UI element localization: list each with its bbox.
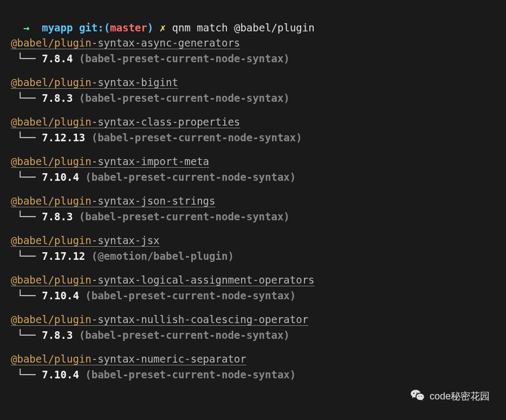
- tree-branch-icon: └──: [11, 211, 42, 222]
- package-name-line: @babel/plugin-syntax-bigint: [11, 75, 495, 90]
- watermark: code秘密花园: [410, 389, 490, 404]
- package-version: 7.12.13: [42, 132, 85, 143]
- tree-branch-icon: └──: [11, 171, 42, 183]
- tree-branch-icon: └──: [11, 52, 42, 64]
- package-version-line: └── 7.12.13 (babel-preset-current-node-s…: [11, 130, 495, 146]
- tree-branch-icon: └──: [11, 132, 42, 143]
- package-match: @babel/plugin: [11, 274, 92, 286]
- package-version: 7.8.3: [42, 211, 73, 222]
- parent-package: (babel-preset-current-node-syntax): [85, 171, 296, 183]
- package-version-line: └── 7.8.4 (babel-preset-current-node-syn…: [11, 51, 495, 67]
- package-version: 7.10.4: [42, 290, 79, 301]
- tree-branch-icon: └──: [11, 92, 42, 104]
- package-version: 7.8.3: [42, 92, 73, 104]
- app-name: myapp: [42, 22, 73, 34]
- parent-package: (@emotion/babel-plugin): [92, 250, 234, 262]
- parent-package: (babel-preset-current-node-syntax): [85, 369, 296, 380]
- package-name-line: @babel/plugin-syntax-jsx: [11, 233, 495, 248]
- package-match: @babel/plugin: [11, 353, 92, 365]
- package-match: @babel/plugin: [11, 195, 92, 207]
- watermark-text: code秘密花园: [430, 389, 490, 404]
- package-suffix: -syntax-numeric-separator: [92, 353, 246, 365]
- package-version-line: └── 7.10.4 (babel-preset-current-node-sy…: [11, 367, 495, 383]
- package-suffix: -syntax-async-generators: [92, 37, 241, 49]
- parent-package: (babel-preset-current-node-syntax): [79, 211, 290, 222]
- package-name-line: @babel/plugin-syntax-import-meta: [11, 154, 495, 169]
- tree-branch-icon: └──: [11, 250, 42, 262]
- package-suffix: -syntax-logical-assignment-operators: [92, 274, 315, 286]
- parent-package: (babel-preset-current-node-syntax): [85, 290, 296, 301]
- tree-branch-icon: └──: [11, 290, 42, 301]
- package-version: 7.10.4: [42, 369, 79, 380]
- package-name-line: @babel/plugin-syntax-nullish-coalescing-…: [11, 312, 495, 327]
- package-suffix: -syntax-jsx: [92, 234, 160, 246]
- dirty-indicator: ✗: [160, 22, 166, 34]
- parent-package: (babel-preset-current-node-syntax): [79, 329, 290, 341]
- packages-list: @babel/plugin-syntax-async-generators └─…: [11, 35, 495, 382]
- command-text: qnm match @babel/plugin: [172, 22, 315, 34]
- parent-package: (babel-preset-current-node-syntax): [79, 92, 290, 104]
- package-version-line: └── 7.10.4 (babel-preset-current-node-sy…: [11, 288, 495, 304]
- package-suffix: -syntax-bigint: [92, 76, 178, 88]
- package-name-line: @babel/plugin-syntax-class-properties: [11, 114, 495, 130]
- prompt-arrow: →: [23, 22, 29, 34]
- package-suffix: -syntax-nullish-coalescing-operator: [92, 313, 308, 325]
- git-label: git:(: [79, 22, 110, 34]
- tree-branch-icon: └──: [11, 329, 42, 341]
- package-suffix: -syntax-class-properties: [92, 116, 241, 128]
- terminal-prompt: → myapp git:(master) ✗ qnm match @babel/…: [11, 4, 495, 35]
- package-version: 7.8.3: [42, 329, 73, 341]
- package-name-line: @babel/plugin-syntax-logical-assignment-…: [11, 272, 495, 288]
- package-name-line: @babel/plugin-syntax-async-generators: [11, 35, 495, 51]
- git-branch: master: [110, 22, 147, 34]
- package-match: @babel/plugin: [11, 76, 92, 88]
- package-version-line: └── 7.8.3 (babel-preset-current-node-syn…: [11, 90, 495, 106]
- package-match: @babel/plugin: [11, 155, 92, 167]
- tree-branch-icon: └──: [11, 369, 42, 380]
- package-match: @babel/plugin: [11, 313, 92, 325]
- package-suffix: -syntax-json-strings: [92, 195, 216, 207]
- package-name-line: @babel/plugin-syntax-numeric-separator: [11, 351, 495, 367]
- parent-package: (babel-preset-current-node-syntax): [92, 132, 302, 143]
- package-match: @babel/plugin: [11, 234, 92, 246]
- package-version-line: └── 7.8.3 (babel-preset-current-node-syn…: [11, 327, 495, 343]
- package-version-line: └── 7.8.3 (babel-preset-current-node-syn…: [11, 209, 495, 225]
- close-paren: ): [147, 22, 153, 34]
- package-version: 7.8.4: [42, 52, 73, 64]
- package-version: 7.17.12: [42, 250, 85, 262]
- package-match: @babel/plugin: [11, 116, 92, 128]
- package-suffix: -syntax-import-meta: [92, 155, 209, 167]
- package-version-line: └── 7.10.4 (babel-preset-current-node-sy…: [11, 169, 495, 185]
- package-match: @babel/plugin: [11, 37, 92, 49]
- parent-package: (babel-preset-current-node-syntax): [79, 52, 290, 64]
- wechat-icon: [410, 389, 425, 404]
- package-version-line: └── 7.17.12 (@emotion/babel-plugin): [11, 248, 495, 264]
- package-version: 7.10.4: [42, 171, 79, 183]
- package-name-line: @babel/plugin-syntax-json-strings: [11, 193, 495, 209]
